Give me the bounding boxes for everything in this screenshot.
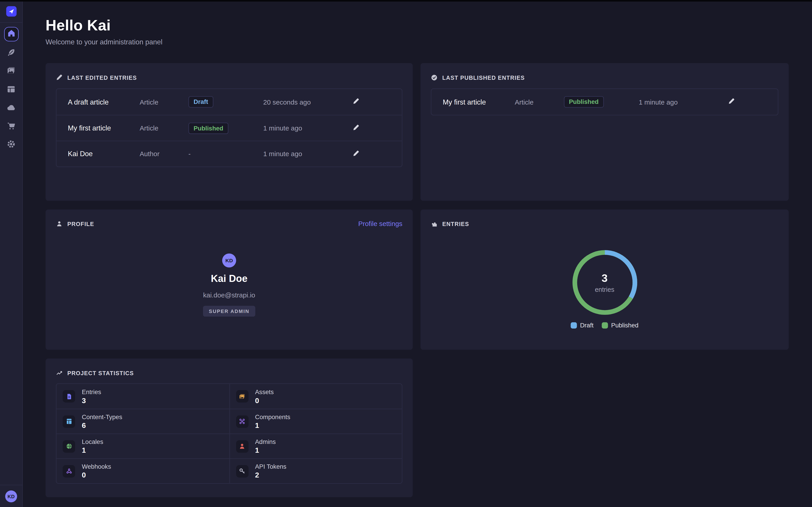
entry-name: My first article [443, 98, 515, 106]
stats-grid: Entries 3 Assets 0 [56, 383, 402, 484]
empty-grid-slot [420, 358, 789, 497]
api-tokens-key-icon [236, 465, 248, 477]
sidebar: KD [0, 0, 23, 507]
sidebar-item-content-manager[interactable] [7, 48, 15, 57]
cloud-icon [7, 103, 15, 112]
profile-email: kai.doe@strapi.io [203, 291, 255, 299]
edit-entry-button[interactable] [352, 124, 360, 132]
stat-value: 2 [255, 471, 287, 479]
card-title: LAST EDITED ENTRIES [67, 74, 137, 80]
layout-builder-icon [7, 84, 15, 93]
legend-swatch-draft [571, 322, 577, 329]
entry-type: Article [515, 98, 564, 106]
sidebar-item-marketplace[interactable] [7, 121, 15, 130]
stat-locales: Locales 1 [56, 434, 229, 458]
stat-value: 1 [82, 446, 103, 454]
assets-image-icon [236, 390, 248, 402]
sidebar-item-settings[interactable] [7, 140, 15, 149]
page-title: Hello Kai [46, 17, 789, 34]
stat-label: Locales [82, 438, 103, 446]
sidebar-item-home[interactable] [4, 27, 18, 41]
stat-label: Webhooks [82, 463, 111, 470]
pencil-icon [56, 74, 63, 81]
profile-settings-link[interactable]: Profile settings [358, 220, 402, 228]
page-subtitle: Welcome to your administration panel [46, 38, 789, 46]
puzzle-icon [431, 220, 438, 227]
edit-entry-button[interactable] [728, 98, 736, 106]
stat-label: API Tokens [255, 463, 287, 470]
entry-time: 20 seconds ago [263, 98, 352, 106]
entry-time: 1 minute ago [263, 124, 352, 132]
role-badge: SUPER ADMIN [203, 306, 255, 317]
stat-label: Components [255, 413, 290, 420]
webhooks-knot-icon [63, 465, 75, 477]
trend-up-icon [56, 369, 63, 376]
donut-center: 3 entries [568, 246, 641, 319]
stat-value: 0 [255, 396, 274, 404]
entry-name: My first article [68, 124, 140, 132]
sidebar-item-cloud[interactable] [7, 103, 15, 112]
profile-name: Kai Doe [211, 273, 247, 285]
entry-name: A draft article [68, 98, 140, 106]
legend-label: Draft [580, 322, 594, 329]
card-header: PROJECT STATISTICS [56, 369, 402, 377]
status-badge: Draft [188, 96, 213, 108]
stat-label: Assets [255, 388, 274, 395]
entry-time: 1 minute ago [639, 98, 728, 106]
table-row[interactable]: My first article Article Published 1 min… [431, 89, 778, 115]
profile-card: PROFILE Profile settings KD Kai Doe kai.… [46, 210, 413, 350]
stat-label: Admins [255, 438, 276, 446]
stat-value: 1 [255, 446, 276, 454]
card-header: ENTRIES [431, 220, 778, 228]
entry-time: 1 minute ago [263, 150, 352, 158]
feather-icon [7, 48, 15, 57]
stat-entries: Entries 3 [56, 384, 229, 409]
sidebar-footer: KD [0, 485, 22, 507]
stat-content-types: Content-Types 6 [56, 409, 229, 434]
entries-count: 3 [602, 272, 608, 284]
sidebar-logo-box [0, 0, 22, 23]
components-molecule-icon [236, 415, 248, 428]
table-row[interactable]: A draft article Article Draft 20 seconds… [56, 89, 402, 115]
legend-label: Published [611, 322, 639, 329]
table-row[interactable]: Kai Doe Author - 1 minute ago [56, 140, 402, 167]
stat-assets: Assets 0 [229, 384, 402, 409]
entries-doc-icon [63, 390, 75, 402]
user-avatar[interactable]: KD [5, 490, 17, 502]
window-top-edge [0, 0, 812, 2]
pencil-icon [353, 124, 359, 132]
gear-icon [7, 140, 15, 149]
entry-type: Article [140, 98, 188, 106]
edit-entry-button[interactable] [352, 98, 360, 106]
edit-entry-button[interactable] [352, 150, 360, 158]
pencil-icon [728, 98, 735, 106]
stat-webhooks: Webhooks 0 [56, 458, 229, 483]
donut: 3 entries [568, 246, 641, 319]
legend-item-published: Published [602, 322, 638, 329]
locales-globe-icon [63, 440, 75, 452]
media-library-icon [7, 66, 15, 75]
pencil-icon [353, 150, 359, 158]
last-edited-table: A draft article Article Draft 20 seconds… [56, 89, 402, 167]
last-published-table: My first article Article Published 1 min… [431, 89, 778, 115]
legend-item-draft: Draft [571, 322, 594, 329]
sidebar-nav [0, 23, 22, 485]
profile-avatar: KD [222, 253, 236, 268]
stat-components: Components 1 [229, 409, 402, 434]
check-circle-icon [431, 74, 438, 81]
card-title: PROJECT STATISTICS [67, 370, 134, 376]
dashboard-grid: LAST EDITED ENTRIES A draft article Arti… [46, 63, 789, 497]
card-title: ENTRIES [442, 221, 469, 227]
content-types-layout-icon [63, 415, 75, 428]
entry-type: Author [140, 150, 188, 158]
profile-body: KD Kai Doe kai.doe@strapi.io SUPER ADMIN [56, 253, 402, 317]
status-badge: Published [564, 96, 604, 108]
card-header: LAST PUBLISHED ENTRIES [431, 73, 778, 81]
admins-user-icon [236, 440, 248, 452]
strapi-admin-dashboard: KD Hello Kai Welcome to your administrat… [0, 0, 812, 507]
table-row[interactable]: My first article Article Published 1 min… [56, 115, 402, 141]
sidebar-item-media-library[interactable] [7, 66, 15, 75]
person-icon [56, 220, 63, 227]
sidebar-item-content-type-builder[interactable] [7, 84, 15, 93]
last-edited-entries-card: LAST EDITED ENTRIES A draft article Arti… [46, 63, 413, 201]
